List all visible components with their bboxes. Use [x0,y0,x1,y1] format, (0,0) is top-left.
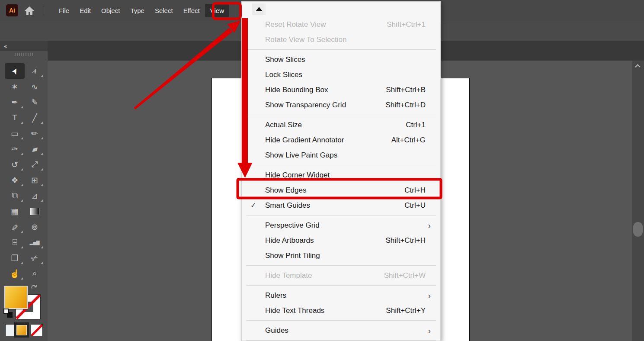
menu-item-smart-guides[interactable]: ✓Smart GuidesCtrl+U [242,198,440,213]
scale-tool[interactable]: ⤢ [25,157,45,172]
swap-fill-stroke-icon[interactable]: ↷ [29,282,40,293]
gradient-tool[interactable] [25,203,45,219]
scrollbar-thumb[interactable] [633,222,643,237]
menu-item-hide-bounding-box[interactable]: Hide Bounding BoxShift+Ctrl+B [242,82,440,97]
menu-item-show-live-paint-gaps[interactable]: Show Live Paint Gaps [242,148,440,163]
eraser-tool-icon: ▰ [30,143,39,154]
curvature-tool-icon: ✎ [31,97,38,107]
eraser-tool[interactable]: ▰ [25,141,45,157]
menu-separator [246,265,436,266]
menu-scroll-up-button[interactable] [252,3,266,15]
rectangle-tool[interactable]: ▭ [5,125,25,141]
menu-item-show-print-tiling[interactable]: Show Print Tiling [242,248,440,263]
slice-tool-icon: ✂ [29,252,40,264]
menu-item-perspective-grid[interactable]: Perspective Grid› [242,218,440,233]
menu-item-show-edges[interactable]: Show EdgesCtrl+H [242,183,440,198]
menu-type[interactable]: Type [125,4,150,17]
magic-wand-tool[interactable]: ✶ [5,79,25,94]
line-segment-tool[interactable]: ╱ [25,110,45,125]
menu-item-lock-slices[interactable]: Lock Slices [242,67,440,82]
type-tool-icon: T [12,113,17,122]
menu-item-hide-text-threads[interactable]: Hide Text ThreadsShift+Ctrl+Y [242,303,440,318]
menu-item-label: Hide Template [265,271,384,280]
menu-item-show-slices[interactable]: Show Slices [242,52,440,67]
menu-item-label: Show Print Tiling [265,251,434,260]
illustrator-logo-icon[interactable]: Ai [6,4,18,16]
gradient-tool-icon [30,208,39,215]
column-graph-tool[interactable]: ▂▅▇ [25,235,45,250]
menu-item-label: Hide Text Threads [265,306,386,315]
width-tool-icon: ❖ [11,175,18,185]
menu-separator [246,215,436,216]
menu-file[interactable]: File [54,4,74,17]
pen-tool[interactable]: ✒ [5,94,25,110]
menu-item-guides[interactable]: Guides› [242,323,440,338]
gradient-mode-button[interactable] [14,322,29,338]
home-icon[interactable] [23,5,36,16]
menu-item-label: Hide Artboards [265,236,385,245]
menu-separator [246,340,436,341]
eyedropper-tool[interactable]: ✐ [5,219,25,235]
menu-item-label: Hide Corner Widget [265,171,434,180]
blend-tool-icon: ⊚ [31,222,38,232]
menu-item-reset-rotate-view: Reset Rotate ViewShift+Ctrl+1 [242,17,440,32]
menu-item-label: Guides [265,326,434,335]
hand-tool-icon: ☝ [10,269,20,279]
artboard-tool[interactable]: ❐ [5,250,25,266]
shaper-tool[interactable]: ✑ [5,141,25,157]
home-icon-glyph [24,6,35,16]
menu-item-hide-corner-widget[interactable]: Hide Corner Widget [242,167,440,183]
type-tool[interactable]: T [5,110,25,125]
menu-item-hide-gradient-annotator[interactable]: Hide Gradient AnnotatorAlt+Ctrl+G [242,132,440,148]
lasso-tool[interactable]: ∿ [25,79,45,94]
menu-item-actual-size[interactable]: Actual SizeCtrl+1 [242,117,440,132]
menu-effect[interactable]: Effect [178,4,205,17]
scale-tool-icon: ⤢ [31,160,38,169]
slice-tool[interactable]: ✂ [25,250,45,266]
collapse-panel-icon[interactable]: « [4,43,6,49]
free-transform-tool[interactable]: ⊞ [25,172,45,188]
menu-item-shortcut: Ctrl+U [404,201,426,210]
paintbrush-tool[interactable]: ✏ [25,125,45,141]
rotate-tool[interactable]: ↺ [5,157,25,172]
none-mode-button[interactable] [31,325,42,336]
menu-item-label: Show Edges [265,186,404,195]
menu-item-label: Show Live Paint Gaps [265,151,434,160]
menu-item-label: Rulers [265,291,434,300]
direct-selection-tool[interactable]: ➢ [25,63,45,79]
panel-drag-handle[interactable] [15,53,33,56]
menu-object[interactable]: Object [96,4,125,17]
zoom-tool[interactable]: ⌕ [25,266,45,281]
blend-tool[interactable]: ⊚ [25,219,45,235]
menu-edit[interactable]: Edit [74,4,96,17]
menu-item-shortcut: Shift+Ctrl+1 [387,20,426,29]
scroll-up-icon[interactable] [635,64,641,70]
menu-item-label: Reset Rotate View [265,20,387,29]
symbol-sprayer-tool[interactable]: ⌹ [5,235,25,250]
menu-separator [246,285,436,286]
shape-builder-tool-icon: ⧉ [12,191,18,200]
menu-separator [246,115,436,115]
menu-item-show-transparency-grid[interactable]: Show Transparency GridShift+Ctrl+D [242,97,440,113]
menu-item-shortcut: Ctrl+H [404,186,426,195]
menu-item-rotate-view-to-selection: Rotate View To Selection [242,32,440,47]
selection-tool[interactable]: ➤ [5,63,25,79]
perspective-grid-tool[interactable]: ⊿ [25,188,45,203]
mesh-tool[interactable]: ▦ [5,203,25,219]
checkmark-icon: ✓ [250,201,256,209]
width-tool[interactable]: ❖ [5,172,25,188]
hand-tool[interactable]: ☝ [5,266,25,281]
default-fill-stroke-icon[interactable] [3,309,13,318]
tools-panel-header: « [0,41,48,51]
menu-select[interactable]: Select [150,4,178,17]
menu-item-hide-artboards[interactable]: Hide ArtboardsShift+Ctrl+H [242,233,440,248]
mesh-tool-icon: ▦ [11,206,19,216]
vertical-scrollbar[interactable] [632,61,644,341]
menu-item-rulers[interactable]: Rulers› [242,288,440,303]
menu-item-shortcut: Alt+Ctrl+G [391,136,426,145]
fill-color-proxy[interactable] [4,286,28,309]
menu-view[interactable]: View [205,4,229,17]
curvature-tool[interactable]: ✎ [25,94,45,110]
shape-builder-tool[interactable]: ⧉ [5,188,25,203]
view-menu-dropdown: Reset Rotate ViewShift+Ctrl+1Rotate View… [241,1,441,341]
